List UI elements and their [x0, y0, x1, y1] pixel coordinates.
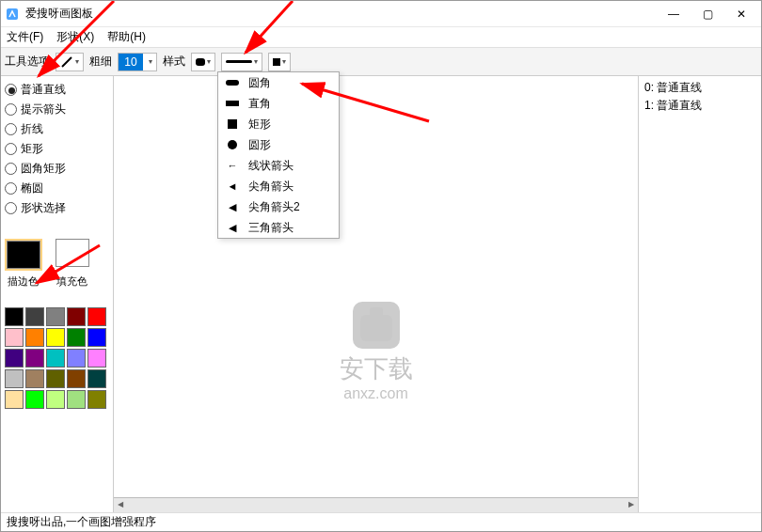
dd-item-arrow-sharp[interactable]: ◄ 尖角箭头	[218, 176, 339, 196]
radio-icon	[5, 123, 17, 135]
tool-options-dropdown[interactable]: ▾	[56, 53, 84, 71]
horizontal-scrollbar[interactable]	[114, 497, 638, 512]
palette-swatch[interactable]	[25, 328, 44, 347]
palette-swatch[interactable]	[25, 307, 44, 326]
radio-shape-select[interactable]: 形状选择	[5, 200, 109, 216]
left-panel: 普通直线 提示箭头 折线 矩形 圆角矩形 椭圆	[1, 76, 114, 512]
menu-shape[interactable]: 形状(X)	[56, 29, 94, 45]
line-style-dropdown[interactable]: ▾	[221, 53, 262, 71]
dd-item-arrow-tri[interactable]: ◀ 三角箭头	[218, 217, 339, 238]
cap-square-icon	[226, 101, 239, 106]
radio-rectangle[interactable]: 矩形	[5, 141, 109, 157]
watermark-text-1: 安下载	[340, 352, 413, 385]
palette-swatch[interactable]	[46, 390, 65, 409]
shape-radio-group: 普通直线 提示箭头 折线 矩形 圆角矩形 椭圆	[5, 82, 109, 216]
color-palette	[5, 307, 109, 409]
palette-swatch[interactable]	[87, 369, 106, 388]
radio-label: 折线	[21, 121, 43, 137]
close-button[interactable]: ✕	[735, 8, 748, 21]
dd-item-label: 矩形	[248, 117, 271, 133]
cap-rect-icon	[228, 119, 237, 129]
palette-swatch[interactable]	[25, 349, 44, 368]
radio-ellipse[interactable]: 椭圆	[5, 180, 109, 196]
radio-normal-line[interactable]: 普通直线	[5, 82, 109, 98]
palette-swatch[interactable]	[67, 390, 86, 409]
cap-start-dropdown[interactable]: ▾	[191, 53, 215, 71]
menu-bar: 文件(F) 形状(X) 帮助(H)	[1, 27, 761, 48]
dd-item-circle[interactable]: 圆形	[218, 134, 339, 155]
palette-swatch[interactable]	[46, 307, 65, 326]
radio-rounded-rectangle[interactable]: 圆角矩形	[5, 161, 109, 177]
palette-swatch[interactable]	[67, 349, 86, 368]
canvas[interactable]: 安下载 anxz.com	[114, 76, 638, 497]
fill-color-box	[56, 239, 89, 267]
palette-swatch[interactable]	[87, 328, 106, 347]
thickness-field[interactable]: ▾	[118, 53, 157, 71]
radio-icon	[5, 143, 17, 155]
dd-item-label: 线状箭头	[248, 158, 294, 174]
line-style-icon	[226, 60, 252, 63]
menu-help[interactable]: 帮助(H)	[107, 29, 146, 45]
watermark-icon	[353, 302, 400, 349]
dd-item-label: 圆形	[248, 137, 271, 153]
radio-polyline[interactable]: 折线	[5, 121, 109, 137]
palette-swatch[interactable]	[5, 390, 24, 409]
palette-swatch[interactable]	[5, 328, 24, 347]
palette-swatch[interactable]	[25, 390, 44, 409]
status-text: 搜搜呀出品,一个画图增强程序	[7, 514, 156, 530]
palette-swatch[interactable]	[46, 328, 65, 347]
arrow-tri-icon: ◀	[224, 222, 241, 234]
history-item[interactable]: 1: 普通直线	[644, 98, 755, 114]
radio-label: 圆角矩形	[21, 161, 66, 177]
cap-round-icon	[226, 80, 239, 86]
palette-swatch[interactable]	[87, 307, 106, 326]
palette-swatch[interactable]	[67, 369, 86, 388]
dd-item-arrow-sharp2[interactable]: ◀ 尖角箭头2	[218, 196, 339, 217]
palette-swatch[interactable]	[25, 369, 44, 388]
cap-style-dropdown-menu: 圆角 直角 矩形 圆形 ← 线状箭头 ◄ 尖角箭头 ◀ 尖角箭头2 ◀ 三角箭头	[217, 71, 340, 239]
dd-item-rect[interactable]: 矩形	[218, 114, 339, 134]
palette-swatch[interactable]	[5, 307, 24, 326]
cap-end-dropdown[interactable]: ▾	[268, 53, 291, 71]
thickness-input[interactable]	[119, 54, 143, 70]
fill-color-swatch[interactable]	[56, 239, 89, 271]
dd-item-round[interactable]: 圆角	[218, 72, 339, 93]
dd-item-label: 尖角箭头2	[248, 199, 300, 215]
window-title: 爱搜呀画图板	[25, 6, 667, 22]
history-panel: 0: 普通直线 1: 普通直线	[639, 76, 761, 512]
radio-label: 椭圆	[21, 180, 43, 196]
stroke-color-box	[7, 241, 40, 269]
dd-item-square[interactable]: 直角	[218, 93, 339, 114]
menu-file[interactable]: 文件(F)	[7, 29, 43, 45]
stroke-color-swatch[interactable]	[5, 239, 42, 271]
palette-swatch[interactable]	[46, 369, 65, 388]
arrow-line-icon: ←	[224, 160, 241, 171]
title-bar: 爱搜呀画图板 — ▢ ✕	[1, 1, 761, 27]
radio-icon	[5, 84, 17, 96]
palette-swatch[interactable]	[67, 307, 86, 326]
cap-round-icon	[196, 58, 205, 66]
radio-label: 形状选择	[21, 200, 66, 216]
maximize-button[interactable]: ▢	[701, 8, 714, 21]
chevron-down-icon: ▾	[254, 57, 258, 66]
thickness-label: 粗细	[89, 54, 112, 70]
status-bar: 搜搜呀出品,一个画图增强程序	[1, 512, 761, 531]
palette-swatch[interactable]	[5, 369, 24, 388]
radio-label: 矩形	[21, 141, 43, 157]
radio-hint-arrow[interactable]: 提示箭头	[5, 102, 109, 117]
history-item[interactable]: 0: 普通直线	[644, 80, 755, 96]
radio-icon	[5, 182, 17, 195]
palette-swatch[interactable]	[46, 349, 65, 368]
palette-swatch[interactable]	[87, 390, 106, 409]
palette-swatch[interactable]	[67, 328, 86, 347]
dd-item-arrow-line[interactable]: ← 线状箭头	[218, 155, 339, 176]
palette-swatch[interactable]	[87, 349, 106, 368]
tool-options-label: 工具选项	[5, 54, 50, 70]
palette-swatch[interactable]	[5, 349, 24, 368]
watermark: 安下载 anxz.com	[340, 302, 413, 402]
watermark-text-2: anxz.com	[340, 385, 413, 402]
toolbar: 工具选项 ▾ 粗细 ▾ 样式 ▾ ▾ ▾	[1, 48, 761, 76]
chevron-down-icon: ▾	[145, 57, 156, 66]
minimize-button[interactable]: —	[667, 8, 680, 21]
app-icon	[5, 7, 20, 22]
